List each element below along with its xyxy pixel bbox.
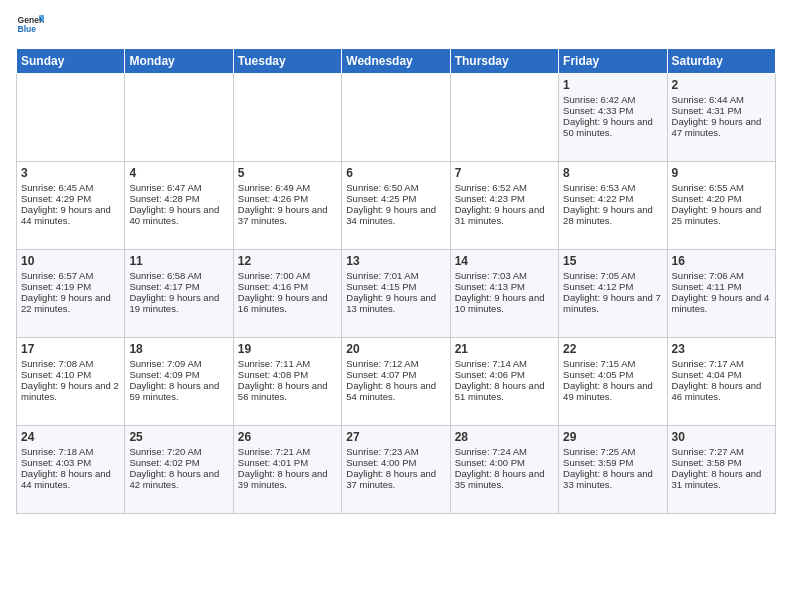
calendar-cell: 22Sunrise: 7:15 AMSunset: 4:05 PMDayligh…	[559, 338, 667, 426]
calendar-cell: 28Sunrise: 7:24 AMSunset: 4:00 PMDayligh…	[450, 426, 558, 514]
day-detail: Sunrise: 7:25 AM	[563, 446, 662, 457]
day-detail: Sunrise: 7:08 AM	[21, 358, 120, 369]
day-detail: Sunrise: 7:24 AM	[455, 446, 554, 457]
day-detail: Daylight: 8 hours and 59 minutes.	[129, 380, 228, 402]
day-detail: Sunset: 4:05 PM	[563, 369, 662, 380]
calendar-cell: 7Sunrise: 6:52 AMSunset: 4:23 PMDaylight…	[450, 162, 558, 250]
day-number: 6	[346, 166, 445, 180]
day-detail: Daylight: 9 hours and 40 minutes.	[129, 204, 228, 226]
logo: General Blue	[16, 12, 44, 40]
calendar-week-1: 1Sunrise: 6:42 AMSunset: 4:33 PMDaylight…	[17, 74, 776, 162]
day-detail: Daylight: 8 hours and 39 minutes.	[238, 468, 337, 490]
day-detail: Daylight: 9 hours and 2 minutes.	[21, 380, 120, 402]
calendar-cell: 21Sunrise: 7:14 AMSunset: 4:06 PMDayligh…	[450, 338, 558, 426]
day-detail: Sunset: 4:25 PM	[346, 193, 445, 204]
day-detail: Sunrise: 6:58 AM	[129, 270, 228, 281]
day-detail: Sunrise: 7:12 AM	[346, 358, 445, 369]
day-number: 9	[672, 166, 771, 180]
day-detail: Sunset: 4:03 PM	[21, 457, 120, 468]
day-detail: Daylight: 9 hours and 44 minutes.	[21, 204, 120, 226]
calendar-cell: 23Sunrise: 7:17 AMSunset: 4:04 PMDayligh…	[667, 338, 775, 426]
day-detail: Sunrise: 6:44 AM	[672, 94, 771, 105]
calendar-cell: 12Sunrise: 7:00 AMSunset: 4:16 PMDayligh…	[233, 250, 341, 338]
day-detail: Sunrise: 6:47 AM	[129, 182, 228, 193]
day-number: 19	[238, 342, 337, 356]
calendar-cell: 10Sunrise: 6:57 AMSunset: 4:19 PMDayligh…	[17, 250, 125, 338]
calendar-cell: 2Sunrise: 6:44 AMSunset: 4:31 PMDaylight…	[667, 74, 775, 162]
calendar-cell: 20Sunrise: 7:12 AMSunset: 4:07 PMDayligh…	[342, 338, 450, 426]
calendar-cell: 24Sunrise: 7:18 AMSunset: 4:03 PMDayligh…	[17, 426, 125, 514]
day-detail: Sunset: 4:04 PM	[672, 369, 771, 380]
calendar-cell	[233, 74, 341, 162]
day-detail: Sunrise: 7:14 AM	[455, 358, 554, 369]
calendar-week-3: 10Sunrise: 6:57 AMSunset: 4:19 PMDayligh…	[17, 250, 776, 338]
day-number: 20	[346, 342, 445, 356]
main-container: General Blue SundayMondayTuesdayWednesda…	[0, 0, 792, 522]
day-number: 14	[455, 254, 554, 268]
weekday-header-row: SundayMondayTuesdayWednesdayThursdayFrid…	[17, 49, 776, 74]
calendar-cell	[450, 74, 558, 162]
day-detail: Sunset: 4:08 PM	[238, 369, 337, 380]
day-number: 2	[672, 78, 771, 92]
calendar-cell: 9Sunrise: 6:55 AMSunset: 4:20 PMDaylight…	[667, 162, 775, 250]
day-number: 18	[129, 342, 228, 356]
day-number: 10	[21, 254, 120, 268]
day-detail: Sunrise: 6:49 AM	[238, 182, 337, 193]
day-detail: Sunset: 4:00 PM	[346, 457, 445, 468]
calendar-cell: 15Sunrise: 7:05 AMSunset: 4:12 PMDayligh…	[559, 250, 667, 338]
day-number: 27	[346, 430, 445, 444]
day-detail: Daylight: 8 hours and 42 minutes.	[129, 468, 228, 490]
day-detail: Sunrise: 7:09 AM	[129, 358, 228, 369]
day-detail: Daylight: 8 hours and 37 minutes.	[346, 468, 445, 490]
day-detail: Sunrise: 7:06 AM	[672, 270, 771, 281]
day-detail: Sunrise: 7:05 AM	[563, 270, 662, 281]
weekday-header-friday: Friday	[559, 49, 667, 74]
day-number: 5	[238, 166, 337, 180]
day-detail: Sunrise: 7:11 AM	[238, 358, 337, 369]
day-detail: Sunset: 3:59 PM	[563, 457, 662, 468]
day-detail: Daylight: 9 hours and 47 minutes.	[672, 116, 771, 138]
day-number: 22	[563, 342, 662, 356]
day-detail: Daylight: 8 hours and 44 minutes.	[21, 468, 120, 490]
day-number: 29	[563, 430, 662, 444]
calendar-cell: 27Sunrise: 7:23 AMSunset: 4:00 PMDayligh…	[342, 426, 450, 514]
calendar-cell: 11Sunrise: 6:58 AMSunset: 4:17 PMDayligh…	[125, 250, 233, 338]
day-detail: Sunrise: 7:03 AM	[455, 270, 554, 281]
day-detail: Sunset: 4:23 PM	[455, 193, 554, 204]
day-detail: Sunset: 4:26 PM	[238, 193, 337, 204]
day-number: 30	[672, 430, 771, 444]
day-detail: Sunset: 4:09 PM	[129, 369, 228, 380]
day-detail: Sunrise: 7:23 AM	[346, 446, 445, 457]
calendar-cell: 25Sunrise: 7:20 AMSunset: 4:02 PMDayligh…	[125, 426, 233, 514]
calendar-cell: 4Sunrise: 6:47 AMSunset: 4:28 PMDaylight…	[125, 162, 233, 250]
day-detail: Sunset: 4:20 PM	[672, 193, 771, 204]
day-detail: Daylight: 9 hours and 22 minutes.	[21, 292, 120, 314]
day-detail: Sunset: 4:06 PM	[455, 369, 554, 380]
day-number: 12	[238, 254, 337, 268]
day-number: 21	[455, 342, 554, 356]
day-detail: Sunset: 4:11 PM	[672, 281, 771, 292]
calendar-cell: 18Sunrise: 7:09 AMSunset: 4:09 PMDayligh…	[125, 338, 233, 426]
day-detail: Sunset: 4:01 PM	[238, 457, 337, 468]
calendar-week-4: 17Sunrise: 7:08 AMSunset: 4:10 PMDayligh…	[17, 338, 776, 426]
day-detail: Daylight: 9 hours and 7 minutes.	[563, 292, 662, 314]
calendar-cell: 6Sunrise: 6:50 AMSunset: 4:25 PMDaylight…	[342, 162, 450, 250]
weekday-header-sunday: Sunday	[17, 49, 125, 74]
day-detail: Sunset: 4:07 PM	[346, 369, 445, 380]
weekday-header-wednesday: Wednesday	[342, 49, 450, 74]
day-detail: Sunrise: 6:45 AM	[21, 182, 120, 193]
day-detail: Daylight: 9 hours and 19 minutes.	[129, 292, 228, 314]
calendar-cell: 5Sunrise: 6:49 AMSunset: 4:26 PMDaylight…	[233, 162, 341, 250]
day-detail: Sunset: 4:12 PM	[563, 281, 662, 292]
calendar-cell: 1Sunrise: 6:42 AMSunset: 4:33 PMDaylight…	[559, 74, 667, 162]
day-detail: Daylight: 9 hours and 50 minutes.	[563, 116, 662, 138]
day-detail: Sunrise: 6:53 AM	[563, 182, 662, 193]
logo-icon: General Blue	[16, 12, 44, 40]
day-detail: Daylight: 9 hours and 13 minutes.	[346, 292, 445, 314]
calendar-cell: 29Sunrise: 7:25 AMSunset: 3:59 PMDayligh…	[559, 426, 667, 514]
calendar-cell: 14Sunrise: 7:03 AMSunset: 4:13 PMDayligh…	[450, 250, 558, 338]
day-number: 11	[129, 254, 228, 268]
calendar-cell: 3Sunrise: 6:45 AMSunset: 4:29 PMDaylight…	[17, 162, 125, 250]
day-detail: Sunset: 3:58 PM	[672, 457, 771, 468]
day-number: 13	[346, 254, 445, 268]
